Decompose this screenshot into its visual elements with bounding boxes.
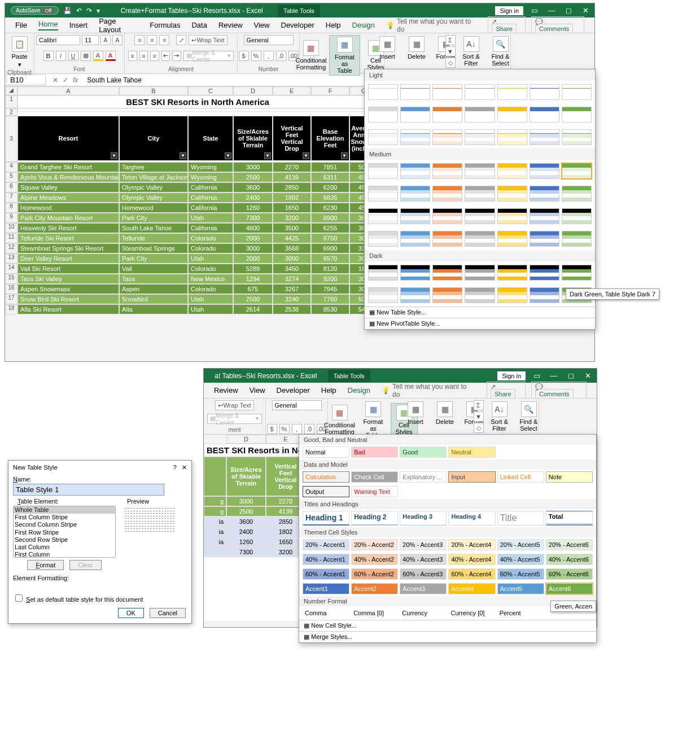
cell[interactable]: 2500: [226, 506, 266, 516]
table-style-swatch[interactable]: [530, 107, 559, 122]
cs-expl[interactable]: Explanatory ...: [400, 471, 447, 483]
table-cell[interactable]: Telluride: [119, 233, 188, 243]
cs-accent[interactable]: 20% - Accent4: [448, 539, 495, 550]
cs-accent[interactable]: 40% - Accent1: [303, 554, 349, 565]
table-style-swatch[interactable]: [432, 208, 462, 224]
table-style-swatch[interactable]: [400, 107, 430, 122]
col-header[interactable]: A: [18, 86, 119, 95]
cancel-button[interactable]: Cancel: [150, 608, 186, 618]
comments-button-2[interactable]: 💬 Comments: [531, 382, 587, 399]
table-style-swatch[interactable]: [465, 186, 495, 202]
table-cell[interactable]: Targhee: [119, 162, 188, 172]
font-name[interactable]: [36, 35, 80, 45]
tab-view-2[interactable]: View: [250, 386, 265, 395]
cell[interactable]: 3600: [226, 516, 266, 527]
shrink-font-icon[interactable]: A: [112, 35, 123, 45]
table-cell[interactable]: Steamboat Springs: [119, 243, 188, 253]
table-cell[interactable]: Alpine Meadows: [18, 192, 119, 203]
table-cell[interactable]: 6230: [311, 203, 349, 213]
table-cell[interactable]: 6835: [311, 192, 349, 203]
close-icon[interactable]: ✕: [580, 6, 591, 15]
undo-icon[interactable]: ↶: [76, 7, 82, 15]
tab-review-2[interactable]: Review: [214, 386, 238, 395]
table-style-swatch[interactable]: [368, 265, 398, 281]
table-style-swatch[interactable]: [530, 84, 559, 100]
clear-icon[interactable]: ◇: [445, 58, 456, 68]
table-cell[interactable]: Olympic Valley: [119, 182, 188, 192]
col-header[interactable]: B: [119, 86, 188, 95]
table-cell[interactable]: Colorado: [188, 284, 233, 294]
table-style-swatch[interactable]: [432, 84, 462, 100]
table-style-swatch[interactable]: [368, 84, 398, 100]
table-style-swatch[interactable]: [530, 231, 559, 247]
table-cell[interactable]: New Mexico: [188, 274, 233, 284]
cs-warn[interactable]: Warning Text: [351, 486, 398, 497]
cs-accent[interactable]: 40% - Accent3: [400, 554, 447, 565]
tab-home[interactable]: Home: [38, 20, 58, 30]
qat-more-icon[interactable]: ▾: [97, 7, 100, 15]
autosum-icon-2[interactable]: Σ: [474, 400, 484, 410]
table-style-swatch[interactable]: [400, 208, 430, 224]
cond-fmt-2[interactable]: ▦Conditional Formatting: [323, 404, 356, 436]
table-style-swatch[interactable]: [400, 186, 430, 202]
table-cell[interactable]: 2538: [273, 304, 311, 314]
ok-button[interactable]: OK: [118, 608, 144, 618]
table-style-swatch[interactable]: [497, 231, 527, 247]
sort-filter-2[interactable]: A↓Sort & Filter: [486, 400, 513, 433]
table-cell[interactable]: 2500: [233, 172, 273, 182]
table-style-swatch[interactable]: [562, 231, 592, 247]
cs-comma0[interactable]: Comma [0]: [351, 608, 398, 618]
table-cell[interactable]: 1294: [233, 274, 273, 284]
autosave-toggle[interactable]: AutoSave Off: [11, 6, 59, 15]
table-style-swatch[interactable]: [432, 265, 462, 281]
share-button[interactable]: ↗ Share: [488, 16, 526, 34]
table-style-swatch[interactable]: [432, 129, 462, 145]
table-cell[interactable]: Wyoming: [188, 162, 233, 172]
table-cell[interactable]: Homewood: [18, 203, 119, 213]
cs-accent[interactable]: 40% - Accent4: [448, 554, 495, 565]
table-cell[interactable]: 8530: [311, 304, 349, 314]
cell[interactable]: ia: [204, 537, 226, 547]
find-select-2[interactable]: 🔍Find & Select: [515, 400, 542, 433]
table-cell[interactable]: Vail: [119, 264, 188, 274]
italic-icon[interactable]: I: [56, 51, 66, 61]
indent-inc-icon[interactable]: ⇥: [172, 51, 181, 61]
save-icon[interactable]: 💾: [63, 7, 72, 15]
cs-accent[interactable]: 60% - Accent3: [400, 568, 447, 580]
maximize-icon[interactable]: ◻: [563, 6, 574, 15]
new-cell-style[interactable]: ▦ New Cell Style...: [299, 620, 596, 631]
align-right-icon[interactable]: ≡: [150, 51, 159, 61]
wrap-text[interactable]: ↩ Wrap Text: [189, 35, 227, 45]
col-header[interactable]: E: [273, 86, 311, 95]
indent-dec-icon[interactable]: ⇤: [161, 51, 170, 61]
col-D[interactable]: D: [226, 435, 266, 444]
comments-button[interactable]: 💬 Comments: [531, 16, 584, 34]
table-cell[interactable]: 1650: [273, 203, 311, 213]
table-cell[interactable]: 6900: [311, 213, 349, 223]
cs-accent[interactable]: 40% - Accent2: [351, 554, 398, 565]
table-cell[interactable]: Park City Mountain Resort: [18, 213, 119, 223]
cell[interactable]: 3000: [226, 496, 266, 506]
table-style-swatch[interactable]: [562, 129, 592, 145]
table-cell[interactable]: Aspen Snowmass: [18, 284, 119, 294]
cs-accent[interactable]: 40% - Accent6: [546, 554, 593, 565]
wrap-text-2[interactable]: ↩ Wrap Text: [215, 400, 253, 410]
table-cell[interactable]: 3000: [273, 253, 311, 264]
table-cell[interactable]: 3200: [273, 213, 311, 223]
table-cell[interactable]: Park City: [119, 253, 188, 264]
table-style-swatch[interactable]: [497, 107, 527, 122]
cell[interactable]: ia: [204, 516, 226, 527]
table-style-swatch[interactable]: [400, 129, 430, 145]
cs-accent[interactable]: 20% - Accent6: [546, 539, 593, 550]
cs-h1[interactable]: Heading 1: [303, 511, 349, 526]
table-cell[interactable]: Olympic Valley: [119, 192, 188, 203]
table-cell[interactable]: 6570: [311, 253, 349, 264]
select-all[interactable]: ◢: [5, 86, 18, 95]
table-cell[interactable]: 1802: [273, 192, 311, 203]
table-cell[interactable]: 4800: [233, 223, 273, 233]
font-size[interactable]: [82, 35, 99, 45]
ribbon-display-icon[interactable]: ▭: [529, 6, 540, 15]
table-cell[interactable]: 3668: [273, 243, 311, 253]
accounting-icon-2[interactable]: $: [267, 424, 277, 434]
bold-icon[interactable]: B: [43, 51, 54, 61]
